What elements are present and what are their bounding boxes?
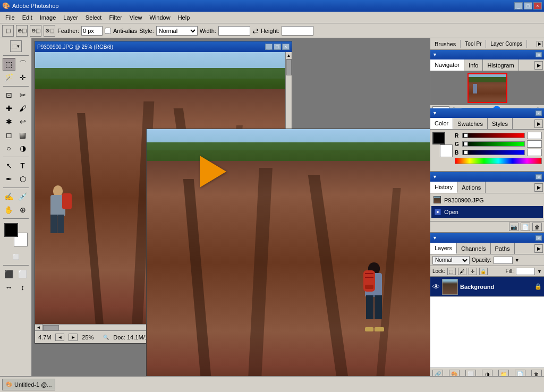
history-item-open[interactable]: ▶ Open <box>431 206 543 218</box>
menu-select[interactable]: Select <box>82 13 105 22</box>
minimize-button[interactable]: _ <box>514 2 523 10</box>
menu-file[interactable]: File <box>2 13 18 22</box>
new-snapshot-btn[interactable]: 📷 <box>509 223 518 231</box>
layers-tab[interactable]: Layers <box>430 243 457 254</box>
move-tool-btn[interactable]: ✛ <box>16 71 29 84</box>
extra-tool-1[interactable]: ↔ <box>3 281 15 294</box>
scrollbar-thumb-v[interactable] <box>286 59 292 75</box>
doc-scroll-left[interactable]: ◄ <box>55 334 64 341</box>
layer-visibility-icon[interactable]: 👁 <box>432 283 440 291</box>
menu-help[interactable]: Help <box>175 13 193 22</box>
maximize-button[interactable]: □ <box>524 2 532 10</box>
dodge-btn[interactable]: ◑ <box>16 142 29 155</box>
paths-tab[interactable]: Paths <box>491 243 515 254</box>
delete-history-btn[interactable]: 🗑 <box>532 223 542 231</box>
close-button[interactable]: × <box>533 2 542 10</box>
color-tab[interactable]: Color <box>430 118 453 129</box>
path-select-btn[interactable]: ↖ <box>3 159 15 172</box>
color-expand-btn[interactable]: ▶ <box>534 120 543 128</box>
lock-transparent-btn[interactable]: ⬚ <box>447 268 456 275</box>
menu-edit[interactable]: Edit <box>19 13 36 22</box>
g-input[interactable]: 0 <box>527 140 542 148</box>
b-thumb[interactable] <box>464 150 468 155</box>
foreground-color-swatch[interactable] <box>4 223 18 237</box>
blend-mode-select[interactable]: Normal Multiply Screen <box>432 256 470 265</box>
layer-item-background[interactable]: 👁 Background 🔒 <box>430 277 544 297</box>
document-window-controls[interactable]: _ □ × <box>265 44 290 50</box>
tab-brushes[interactable]: Brushes <box>430 40 461 48</box>
actions-tab[interactable]: Actions <box>457 182 486 193</box>
lasso-tool-btn[interactable]: ⌒ <box>16 58 29 71</box>
extra-tool-2[interactable]: ↕ <box>16 281 29 294</box>
pen-btn[interactable]: ✒ <box>3 173 15 185</box>
lock-image-btn[interactable]: 🖌 <box>458 268 466 275</box>
height-input[interactable] <box>282 26 313 36</box>
fill-input[interactable]: 100% <box>516 268 535 275</box>
menu-filter[interactable]: Filter <box>106 13 125 22</box>
tab-layer-comps[interactable]: Layer Comps <box>486 40 526 48</box>
hand-btn[interactable]: ✋ <box>3 203 15 216</box>
r-thumb[interactable] <box>464 133 468 138</box>
channels-tab[interactable]: Channels <box>457 243 490 254</box>
marquee-tool-btn[interactable]: ⬚ <box>3 58 15 71</box>
notes-btn[interactable]: ✍ <box>3 190 15 203</box>
lock-all-btn[interactable]: 🔒 <box>479 268 488 275</box>
scrollbar-left-btn[interactable]: ◄ <box>35 325 42 330</box>
magic-wand-btn[interactable]: 🪄 <box>3 71 15 84</box>
text-btn[interactable]: T <box>16 159 29 172</box>
styles-tab[interactable]: Styles <box>488 118 513 129</box>
scrollbar-thumb-h[interactable] <box>43 325 59 330</box>
menu-window[interactable]: Window <box>147 13 174 22</box>
blur-btn[interactable]: ○ <box>3 142 15 155</box>
tool-mode-btn-2[interactable]: ⊕⬚ <box>16 25 28 37</box>
navigator-tab[interactable]: Navigator <box>430 59 464 71</box>
screen-mode-btn-2[interactable]: ⬜ <box>16 268 29 280</box>
slice-tool-btn[interactable]: ✂ <box>16 89 29 101</box>
b-input[interactable]: 0 <box>527 149 542 156</box>
info-tab[interactable]: Info <box>464 59 483 71</box>
histogram-tab[interactable]: Histogram <box>483 59 518 71</box>
tool-select-btn[interactable]: ⬚▾ <box>10 40 22 52</box>
new-document-btn[interactable]: 📄 <box>521 223 530 231</box>
opacity-input[interactable]: 100% <box>494 257 513 264</box>
eyedropper-btn[interactable]: 💉 <box>16 190 29 203</box>
width-input[interactable] <box>218 26 250 36</box>
tool-mode-btn-1[interactable]: ⬚ <box>2 25 14 37</box>
g-slider[interactable] <box>462 141 525 147</box>
r-input[interactable]: 0 <box>527 132 542 139</box>
feather-input[interactable] <box>81 26 103 36</box>
eraser-btn[interactable]: ◻ <box>3 129 15 141</box>
swap-icon[interactable]: ⇄ <box>252 27 259 35</box>
swatches-tab[interactable]: Swatches <box>453 118 488 129</box>
menu-layer[interactable]: Layer <box>60 13 81 22</box>
history-close-btn[interactable]: × <box>536 174 542 180</box>
shape-btn[interactable]: ⬡ <box>16 173 29 185</box>
opacity-arrow[interactable]: ▼ <box>515 258 520 263</box>
b-slider[interactable] <box>462 150 525 155</box>
doc-minimize-btn[interactable]: _ <box>265 44 273 50</box>
lock-position-btn[interactable]: ✛ <box>469 268 477 275</box>
title-bar-controls[interactable]: _ □ × <box>514 2 542 10</box>
antialias-checkbox[interactable] <box>105 28 111 34</box>
doc-scroll-right[interactable]: ► <box>69 334 78 341</box>
g-thumb[interactable] <box>464 142 468 146</box>
color-bg-swatch[interactable] <box>440 144 453 157</box>
color-fg-swatch[interactable] <box>432 132 445 144</box>
menu-image[interactable]: Image <box>37 13 60 22</box>
healing-brush-btn[interactable]: ✚ <box>3 102 15 115</box>
taskbar-item-untitled[interactable]: 🎨 Untitled-1 @... <box>2 379 55 390</box>
quick-mask-btn[interactable]: ⬜ <box>10 250 22 263</box>
tool-mode-btn-4[interactable]: ⊗⬚ <box>44 25 55 37</box>
history-brush-btn[interactable]: ↩ <box>16 115 29 128</box>
nav-close-btn[interactable]: × <box>536 52 542 57</box>
panel-top-btn[interactable]: ▶ <box>537 41 543 47</box>
fill-btn[interactable]: ▦ <box>16 129 29 141</box>
layers-expand-btn[interactable]: ▶ <box>534 244 543 253</box>
tool-mode-btn-3[interactable]: ⊖⬚ <box>30 25 41 37</box>
navigator-expand-btn[interactable]: ▶ <box>534 61 543 70</box>
screen-mode-btn-1[interactable]: ⬛ <box>3 268 15 280</box>
history-tab[interactable]: History <box>430 182 457 193</box>
brush-tool-btn[interactable]: 🖌 <box>16 102 29 115</box>
fill-arrow[interactable]: ▼ <box>537 269 542 274</box>
history-item-file[interactable]: P9300900.JPG <box>431 194 543 206</box>
